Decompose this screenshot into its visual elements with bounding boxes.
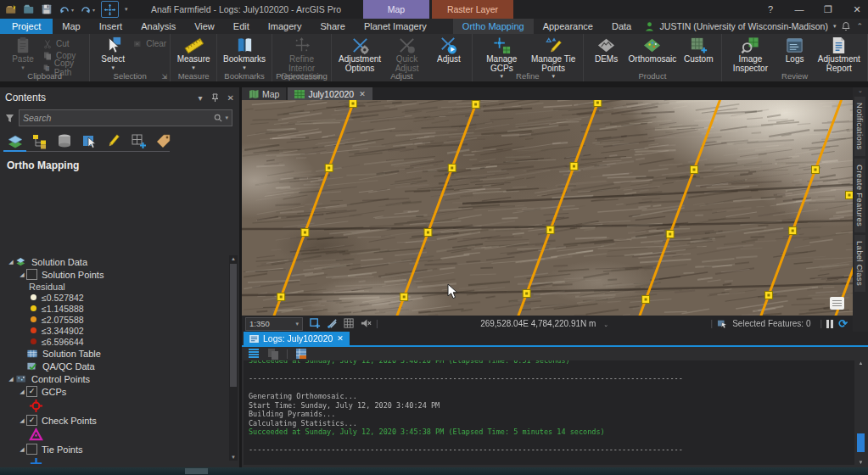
tree-item-qa-qc-data[interactable]: QA/QC Data bbox=[0, 360, 227, 372]
tree-item-solution-table[interactable]: Solution Table bbox=[0, 347, 227, 360]
dock-chevron-icon[interactable]: ⌄ bbox=[853, 87, 868, 94]
image-inspector-button[interactable]: Image Inspector bbox=[725, 36, 775, 73]
close-button[interactable]: ✕ bbox=[851, 4, 863, 15]
filter-icon[interactable] bbox=[5, 114, 14, 123]
adjustment-options-button[interactable]: Adjustment Options bbox=[335, 36, 384, 73]
map-view[interactable] bbox=[242, 100, 853, 316]
ribbon-tab-appearance[interactable]: Appearance bbox=[534, 19, 602, 34]
grid-toggle-icon[interactable] bbox=[344, 318, 355, 329]
dialog-launcher-icon[interactable]: ⇲ bbox=[161, 73, 167, 81]
ribbon-tab-share[interactable]: Share bbox=[311, 19, 355, 34]
ribbon-tab-analysis[interactable]: Analysis bbox=[132, 19, 185, 34]
list-by-selection-layers-icon[interactable] bbox=[79, 131, 99, 150]
ribbon-tab-ortho-mapping[interactable]: Ortho Mapping bbox=[453, 19, 534, 34]
undo-button[interactable]: ▾ bbox=[59, 2, 74, 17]
tree-item-tie-points[interactable]: ◢Tie Points bbox=[0, 443, 227, 455]
close-pane-icon[interactable]: ✕ bbox=[227, 93, 234, 103]
tree-item-check-points[interactable]: ◢✓Check Points bbox=[0, 414, 227, 427]
ribbon-tab-planet-imagery[interactable]: Planet Imagery bbox=[355, 19, 436, 34]
contextual-group-map[interactable]: Map bbox=[363, 0, 429, 19]
layer-checkbox[interactable]: ✓ bbox=[26, 386, 37, 397]
expand-icon[interactable]: ◢ bbox=[7, 259, 15, 265]
scale-selector[interactable]: 1:350 ▾ bbox=[245, 317, 303, 331]
tree-item-gcps[interactable]: ◢✓GCPs bbox=[0, 385, 227, 398]
ribbon-tab-imagery[interactable]: Imagery bbox=[259, 19, 311, 34]
dock-tab-label-class[interactable]: Label Class bbox=[854, 235, 865, 292]
adjustment-report-button[interactable]: Adjustment Report bbox=[815, 36, 864, 73]
cut-button[interactable]: Cut bbox=[42, 38, 86, 49]
expand-icon[interactable]: ◢ bbox=[18, 271, 26, 278]
list-by-labeling-layers-icon[interactable] bbox=[153, 131, 173, 150]
expand-icon[interactable]: ◢ bbox=[18, 388, 26, 395]
help-button[interactable]: ? bbox=[764, 4, 776, 14]
log-output[interactable]: Succeeded at Sunday, July 12, 2020 3:40:… bbox=[244, 360, 854, 465]
dems-button[interactable]: DEMs bbox=[587, 36, 626, 64]
selected-features[interactable]: Selected Features: 0 bbox=[717, 319, 810, 328]
map-overview-widget-icon[interactable] bbox=[830, 297, 844, 310]
dock-tab-notifications[interactable]: Notifications bbox=[854, 97, 865, 156]
orthomosaic-button[interactable]: Orthomosaic bbox=[626, 36, 680, 64]
ribbon-tab-data[interactable]: Data bbox=[602, 19, 641, 34]
expand-icon[interactable]: ◢ bbox=[18, 446, 26, 453]
minimize-button[interactable]: — bbox=[793, 4, 805, 14]
save-project-button[interactable] bbox=[41, 2, 53, 17]
message-list-icon[interactable] bbox=[248, 348, 260, 360]
tree-item-solution-data[interactable]: ◢Solution Data bbox=[0, 255, 227, 268]
layer-checkbox[interactable] bbox=[26, 269, 37, 280]
view-tab-map[interactable]: Map bbox=[242, 87, 286, 100]
list-by-editing-layers-icon[interactable] bbox=[104, 131, 124, 150]
search-options-icon[interactable]: ▾ bbox=[225, 115, 228, 121]
tree-item-solution-points[interactable]: ◢Solution Points bbox=[0, 268, 227, 281]
pause-drawing-icon[interactable] bbox=[826, 320, 833, 328]
checkpoint-symbol-icon[interactable] bbox=[29, 428, 43, 442]
pane-menu-icon[interactable]: ▾ bbox=[199, 93, 203, 103]
close-logs-tab-icon[interactable]: ✕ bbox=[337, 334, 344, 343]
collapse-ribbon-icon[interactable]: ⌃ bbox=[856, 22, 863, 31]
contents-scrollbar[interactable]: ▲ ▼ bbox=[229, 255, 238, 461]
bookmarks-button[interactable]: Bookmarks▾ bbox=[221, 36, 268, 70]
coords-dropdown-icon[interactable]: ⌄ bbox=[603, 321, 608, 327]
list-by-data-source-icon[interactable] bbox=[54, 131, 75, 150]
logs-scrollbar[interactable]: ▲ ▼ bbox=[856, 360, 865, 465]
open-log-file-icon[interactable] bbox=[295, 348, 307, 360]
layer-checkbox[interactable] bbox=[26, 444, 37, 455]
account-dropdown-icon[interactable]: ▾ bbox=[833, 23, 837, 30]
snapping-toggle-icon[interactable] bbox=[327, 318, 338, 329]
new-project-button[interactable] bbox=[5, 2, 17, 17]
quick-adjust-button[interactable]: Quick Adjust bbox=[384, 36, 429, 73]
ribbon-tab-insert[interactable]: Insert bbox=[90, 19, 132, 34]
logs-tab[interactable]: Logs: July102020 ✕ bbox=[244, 332, 350, 345]
copy-messages-icon[interactable] bbox=[267, 348, 279, 360]
paste-button[interactable]: Paste▾ bbox=[3, 36, 42, 70]
account-name[interactable]: JUSTIN (University of Wisconsin-Madison) bbox=[660, 21, 828, 31]
measure-button[interactable]: Measure▾ bbox=[174, 36, 213, 70]
map-canvas[interactable] bbox=[242, 100, 853, 316]
select-button[interactable]: Select▾ bbox=[93, 36, 132, 70]
layer-checkbox[interactable]: ✓ bbox=[26, 415, 37, 426]
clear-button[interactable]: Clear bbox=[132, 38, 166, 49]
mute-toggle-icon[interactable] bbox=[361, 318, 372, 329]
close-view-icon[interactable]: ✕ bbox=[359, 90, 366, 98]
expand-icon[interactable]: ◢ bbox=[7, 376, 15, 383]
list-by-drawing-order-icon[interactable] bbox=[5, 131, 25, 150]
ribbon-tab-view[interactable]: View bbox=[185, 19, 224, 34]
search-input[interactable]: Search ▾ bbox=[19, 109, 232, 126]
notifications-bell-icon[interactable] bbox=[841, 21, 851, 31]
tiepoint-symbol-icon[interactable] bbox=[29, 456, 43, 464]
adjust-button[interactable]: Adjust bbox=[429, 36, 468, 64]
explore-button[interactable] bbox=[101, 1, 119, 18]
expand-icon[interactable]: ◢ bbox=[18, 417, 26, 424]
ribbon-tab-project[interactable]: Project bbox=[0, 19, 53, 34]
logs-button[interactable]: Logs bbox=[776, 36, 815, 64]
refresh-icon[interactable]: ⟳ bbox=[838, 318, 848, 329]
tree-item-control-points[interactable]: ◢Control Points bbox=[0, 372, 227, 385]
horizontal-scrollbar-thumb[interactable] bbox=[185, 468, 208, 474]
coordinate-readout[interactable]: 269,528.04E 4,784,220.91N m ⌄ bbox=[383, 319, 707, 328]
list-by-source-order-icon[interactable] bbox=[30, 131, 50, 150]
dock-tab-create-features[interactable]: Create Features bbox=[854, 159, 865, 232]
restore-button[interactable]: ❐ bbox=[822, 4, 834, 15]
custom-button[interactable]: Custom bbox=[679, 36, 718, 64]
list-by-snapping-layers-icon[interactable] bbox=[128, 131, 148, 150]
open-project-button[interactable] bbox=[23, 2, 35, 17]
view-tab-july102020[interactable]: July102020✕ bbox=[288, 87, 372, 100]
